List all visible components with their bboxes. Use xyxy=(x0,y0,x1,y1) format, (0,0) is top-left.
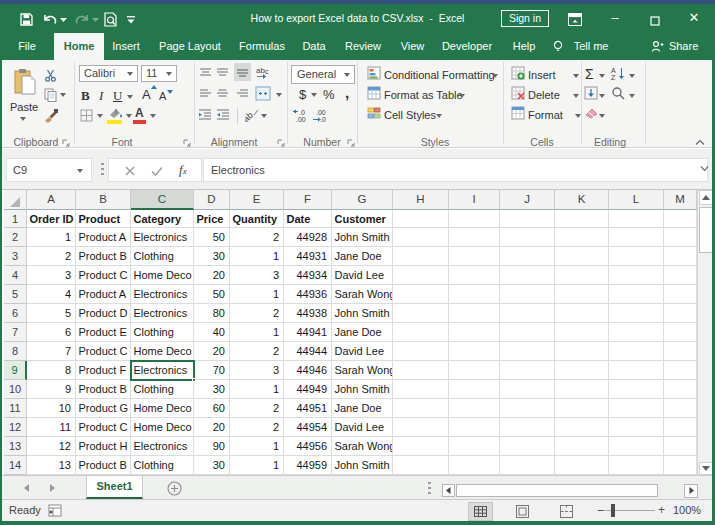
svg-text:.00: .00 xyxy=(296,116,306,123)
svg-text:.0: .0 xyxy=(299,109,305,116)
svg-text:ab: ab xyxy=(245,110,255,122)
svg-text:A: A xyxy=(611,67,616,74)
svg-text:.00: .00 xyxy=(316,109,326,116)
svg-text:Z: Z xyxy=(611,74,616,80)
svg-text:c: c xyxy=(265,68,269,75)
